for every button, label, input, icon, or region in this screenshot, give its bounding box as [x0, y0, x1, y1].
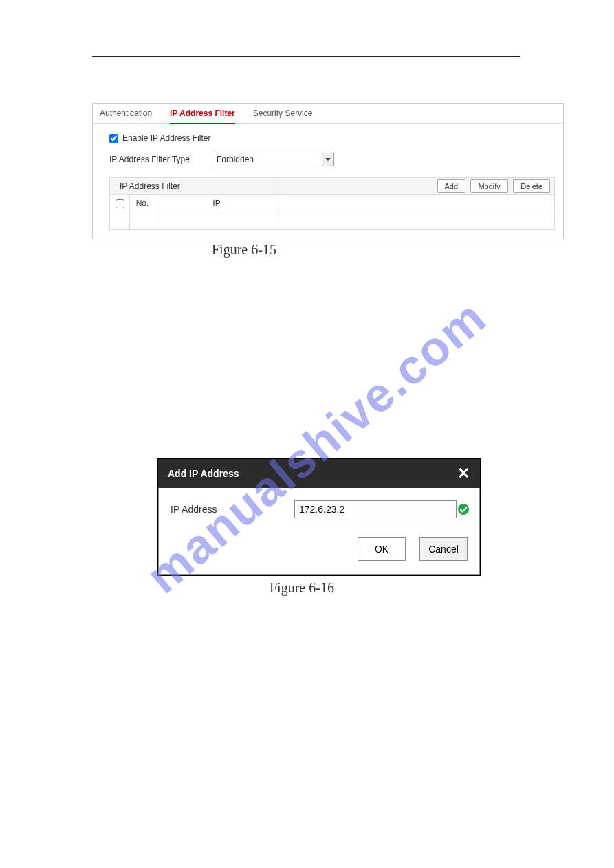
- column-header-no: No.: [130, 195, 155, 212]
- ip-address-input[interactable]: [294, 500, 457, 518]
- column-header-empty: [278, 195, 555, 212]
- add-button[interactable]: Add: [437, 179, 466, 193]
- dialog-title: Add IP Address: [168, 468, 239, 479]
- close-icon[interactable]: ✕: [454, 459, 473, 488]
- watermark: manualshive.com: [21, 156, 611, 738]
- tab-ip-address-filter[interactable]: IP Address Filter: [170, 104, 235, 124]
- table-row: [110, 212, 555, 230]
- valid-check-icon: [458, 504, 469, 515]
- tab-authentication[interactable]: Authentication: [100, 104, 152, 123]
- enable-ip-filter-checkbox[interactable]: [109, 134, 118, 143]
- filter-type-select[interactable]: Forbidden: [212, 153, 334, 166]
- enable-ip-filter-label: Enable IP Address Filter: [122, 133, 211, 143]
- tab-security-service[interactable]: Security Service: [253, 104, 313, 123]
- modify-button[interactable]: Modify: [470, 179, 507, 193]
- ip-filter-panel: Authentication IP Address Filter Securit…: [92, 103, 564, 238]
- filter-type-value: Forbidden: [217, 155, 254, 164]
- table-title: IP Address Filter: [110, 178, 278, 195]
- ip-filter-table: IP Address Filter Add Modify Delete No. …: [109, 177, 555, 230]
- delete-button[interactable]: Delete: [513, 179, 550, 193]
- chevron-down-icon: [322, 153, 333, 166]
- filter-type-label: IP Address Filter Type: [109, 155, 190, 164]
- tab-bar: Authentication IP Address Filter Securit…: [93, 104, 563, 124]
- ip-address-label: IP Address: [171, 504, 294, 515]
- figure-615-caption: Figure 6-15: [212, 242, 276, 258]
- ok-button[interactable]: OK: [358, 537, 406, 561]
- figure-616-caption: Figure 6-16: [270, 580, 334, 596]
- horizontal-rule: [92, 56, 520, 57]
- add-ip-dialog: Add IP Address ✕ IP Address OK Cancel: [157, 458, 481, 576]
- dialog-title-bar: Add IP Address ✕: [158, 459, 480, 488]
- cancel-button[interactable]: Cancel: [419, 537, 468, 561]
- select-all-checkbox[interactable]: [116, 199, 124, 208]
- column-header-ip: IP: [155, 195, 278, 212]
- column-header-check: [110, 195, 130, 212]
